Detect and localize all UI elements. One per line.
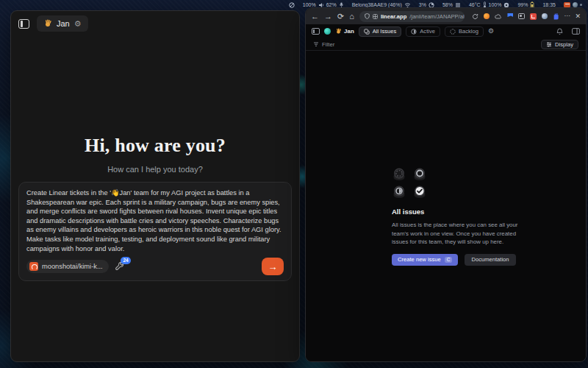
browser-extensions: ⋯ ✕ [472,13,581,20]
send-arrow-icon: → [268,261,278,272]
in-progress-icon [411,29,417,35]
issues-icon [364,29,370,35]
tab-backlog-label: Backlog [459,28,478,35]
model-provider-icon [29,262,38,271]
mail-tray-icon[interactable] [564,2,570,7]
tab-all-issues[interactable]: All Issues [359,26,402,37]
cloud-extension-icon[interactable] [495,14,502,19]
browser-window: ← → ⟳ ⌂ linear.app/janii/team/JANAPP/all [305,7,587,362]
empty-state-description: All issues is the place where you can se… [392,221,528,247]
model-selector[interactable]: moonshotai/kimi-k... [26,260,109,273]
model-name: moonshotai/kimi-k... [42,263,103,270]
display-button[interactable]: Display [541,40,578,49]
cpu-value: 3% [419,2,426,7]
tools-count-badge: 24 [121,257,130,264]
sync-extension-icon[interactable] [472,13,478,20]
display-label: Display [555,41,573,48]
greeting-headline: Hi, how are you? [11,135,299,157]
filter-button[interactable]: Filter [313,41,334,48]
close-toolbar-icon[interactable]: ✕ [575,13,581,20]
team-selector[interactable]: Jan ⚙ [37,15,88,32]
sidebar-toggle-icon[interactable] [18,19,29,29]
clock[interactable]: 18:35 [542,2,556,7]
sphere-extension-icon[interactable] [542,13,548,19]
fan-value: 100% [489,2,502,7]
views-settings-icon[interactable]: ⚙ [488,28,494,35]
volume-value: 100% [303,2,316,7]
orange-extension-icon[interactable] [484,13,490,19]
jan-app-window: Jan ⚙ Hi, how are you? How can I help yo… [10,10,300,362]
browser-toolbar: ← → ⟳ ⌂ linear.app/janii/team/JANAPP/all [306,8,586,24]
hand-extension-icon[interactable] [553,13,559,20]
tools-button[interactable]: 24 [115,261,126,272]
battery-value: 99% [517,2,528,7]
clock-value: 18:35 [542,2,556,7]
tab-active[interactable]: Active [406,26,440,37]
workspace-avatar[interactable] [324,28,331,35]
all-issues-empty-state: All issues All issues is the place where… [392,168,528,266]
screenshot-extension-icon[interactable] [518,13,525,19]
right-panel-icon[interactable] [572,28,580,35]
jan-hero: Hi, how are you? How can I help you toda… [11,135,299,174]
back-button[interactable]: ← [311,13,319,21]
linear-header: Jan All Issues Active Backlog ⚙ [306,24,586,38]
chat-input-text[interactable]: Create Linear tickets in the '👋Jan' team… [26,188,284,253]
team-settings-icon[interactable]: ⚙ [74,20,82,28]
url-domain: linear.app [381,13,406,20]
home-button[interactable]: ⌂ [349,13,354,21]
documentation-label: Documentation [471,256,509,263]
jan-header: Jan ⚙ [11,11,299,36]
empty-state-title: All issues [392,208,528,216]
create-new-issue-label: Create new issue [398,256,441,263]
done-coin-icon [412,185,427,199]
documentation-button[interactable]: Documentation [465,254,515,266]
mic-level-value: 62% [326,2,337,7]
wave-hand-icon [43,19,52,28]
chat-input-card[interactable]: Create Linear tickets in the '👋Jan' team… [18,182,292,281]
desktop: 100% 62% Belong38AAE9 (46%) 3% 58% [0,0,588,368]
backlog-icon [450,29,456,35]
system-tray [564,2,582,7]
greeting-subtitle: How can I help you today? [11,165,299,174]
tab-backlog[interactable]: Backlog [445,26,484,37]
reload-button[interactable]: ⟳ [337,13,344,21]
linear-filter-row: Filter Display [306,38,586,51]
site-security-icon[interactable] [365,13,370,19]
wave-hand-icon [335,28,342,35]
url-path: /janii/team/JANAPP/all [409,13,465,20]
create-new-issue-button[interactable]: Create new issue C [392,254,458,266]
team-name: Jan [57,19,70,28]
linear-team[interactable]: Jan [335,28,354,35]
linear-sidebar-toggle-icon[interactable] [312,28,320,35]
memory-value: 58% [442,2,453,7]
red-extension-icon[interactable] [530,13,537,20]
backlog-coin-icon [392,168,406,181]
filter-icon [313,42,319,47]
address-bar[interactable]: linear.app/janii/team/JANAPP/all [359,11,465,22]
shortcut-key-badge: C [445,257,453,263]
tab-all-issues-label: All Issues [373,28,397,35]
tray-dot-icon[interactable] [580,4,582,6]
in-progress-coin-icon [392,185,406,199]
notifications-bell-icon[interactable] [556,28,563,35]
wifi-name: Belong38AAE9 (46%) [352,2,402,7]
status-coins-illustration [392,168,427,199]
linear-team-name: Jan [344,28,354,35]
site-info-icon[interactable] [373,14,378,19]
display-sliders-icon [546,42,552,47]
empty-state-actions: Create new issue C Documentation [392,254,528,266]
flag-extension-icon[interactable] [507,13,513,20]
temperature-value: 46°C [469,2,481,7]
chat-input-toolbar: moonshotai/kimi-k... 24 → [26,258,284,275]
tab-active-label: Active [420,28,435,35]
filter-label: Filter [322,41,334,48]
forward-button[interactable]: → [324,13,332,21]
dnd-indicator[interactable] [289,2,295,8]
todo-coin-icon [412,168,427,181]
linear-app: Jan All Issues Active Backlog ⚙ [306,24,586,361]
app-tray-icon[interactable] [573,2,578,7]
toolbar-overflow-icon[interactable]: ⋯ [564,13,570,19]
slash-circle-icon [289,2,295,8]
linear-header-right [556,28,580,35]
send-button[interactable]: → [262,258,284,275]
